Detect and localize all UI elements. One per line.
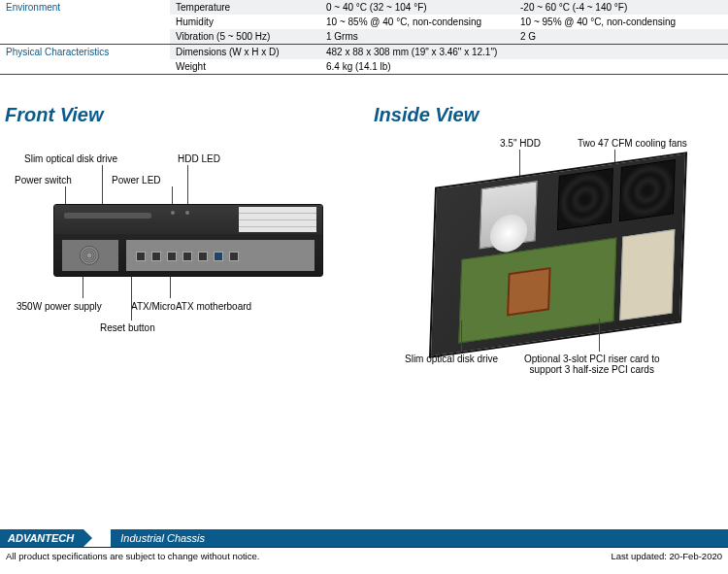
spec-value: 0 ~ 40 °C (32 ~ 104 °F) [320, 0, 514, 15]
leader-line [461, 321, 462, 352]
callout-hdd-led: HDD LED [178, 153, 220, 164]
callout-slim-odd: Slim optical disk drive [24, 153, 117, 164]
callout-psu: 350W power supply [17, 301, 102, 312]
inside-view-column: Inside View 3.5" HDD Two 47 CFM cooling … [374, 104, 723, 398]
chassis-inside-graphic [429, 152, 687, 357]
category-physical: Physical Characteristics [0, 45, 170, 74]
spec-label: Weight [170, 59, 320, 74]
spec-label: Vibration (5 ~ 500 Hz) [170, 29, 320, 44]
inside-view-title: Inside View [374, 104, 723, 126]
callout-fans: Two 47 CFM cooling fans [578, 138, 687, 149]
spec-value: 482 x 88 x 308 mm (19" x 3.46" x 12.1") [320, 45, 728, 59]
front-view-title: Front View [5, 104, 354, 126]
callout-slim-odd-inside: Slim optical disk drive [405, 354, 498, 364]
spec-value: 6.4 kg (14.1 lb) [320, 59, 728, 74]
spec-label: Humidity [170, 15, 320, 29]
views-section: Front View Slim optical disk drive HDD L… [0, 104, 728, 398]
footer-updated: Last updated: 20-Feb-2020 [611, 551, 722, 561]
spec-value: 1 Grms [320, 29, 514, 44]
callout-power-switch: Power switch [15, 175, 72, 186]
callout-mb: ATX/MicroATX motherboard [131, 301, 251, 312]
footer-label: Industrial Chassis [111, 529, 728, 547]
callout-riser-line1: Optional 3-slot PCI riser card to [524, 354, 660, 364]
chassis-front-graphic [53, 204, 323, 277]
front-view-column: Front View Slim optical disk drive HDD L… [5, 104, 354, 398]
leader-line [599, 319, 600, 352]
spec-value: 10 ~ 85% @ 40 °C, non-condensing [320, 15, 514, 29]
leader-line [170, 277, 171, 298]
spec-value: 10 ~ 95% @ 40 °C, non-condensing [514, 15, 728, 29]
spec-table: Environment Temperature 0 ~ 40 °C (32 ~ … [0, 0, 728, 75]
callout-riser: Optional 3-slot PCI riser card to suppor… [524, 354, 660, 375]
callout-reset: Reset button [100, 322, 155, 333]
callout-power-led: Power LED [112, 175, 161, 186]
footer-brand: ADVANTECH [0, 529, 83, 547]
footer-notice: All product specifications are subject t… [6, 551, 259, 561]
callout-riser-line2: support 3 half-size PCI cards [530, 364, 654, 375]
spec-label: Temperature [170, 0, 320, 15]
leader-line [83, 277, 83, 298]
leader-line [131, 277, 132, 321]
callout-hdd: 3.5" HDD [500, 138, 541, 149]
category-environment: Environment [0, 0, 170, 44]
spec-value: 2 G [514, 29, 728, 44]
page-footer: ADVANTECH Industrial Chassis All product… [0, 529, 728, 564]
front-view-diagram: Slim optical disk drive HDD LED Power sw… [5, 146, 354, 398]
spec-value: -20 ~ 60 °C (-4 ~ 140 °F) [514, 0, 728, 15]
spec-label: Dimensions (W x H x D) [170, 45, 320, 59]
inside-view-diagram: 3.5" HDD Two 47 CFM cooling fans Slim op… [374, 146, 723, 398]
